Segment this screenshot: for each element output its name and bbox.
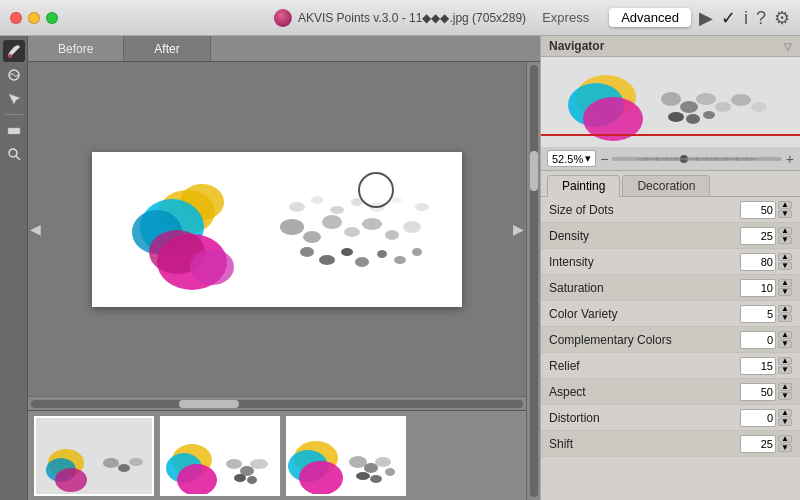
brush-tool[interactable] [3, 40, 25, 62]
titlebar: AKVIS Points v.3.0 - 11◆◆◆.jpg (705x289)… [0, 0, 800, 36]
param-input-size-of-dots[interactable] [740, 201, 776, 219]
h-scroll-track[interactable] [31, 400, 523, 408]
v-scrollbar[interactable] [526, 62, 540, 500]
param-step-up-9[interactable]: ▲ [778, 435, 792, 443]
svg-point-15 [322, 215, 342, 229]
param-step-down-8[interactable]: ▼ [778, 418, 792, 426]
fill-tool[interactable] [3, 64, 25, 86]
param-input-saturation[interactable] [740, 279, 776, 297]
scroll-right-arrow[interactable]: ▶ [513, 221, 524, 237]
thumbnail-1[interactable] [34, 416, 154, 496]
help-button[interactable]: ? [756, 9, 766, 27]
zoom-out-button[interactable]: − [600, 151, 608, 167]
params-list: Size of Dots▲▼Density▲▼Intensity▲▼Satura… [541, 197, 800, 500]
svg-point-33 [415, 203, 429, 211]
param-input-color-variety[interactable] [740, 305, 776, 323]
param-step-up-3[interactable]: ▲ [778, 279, 792, 287]
param-input-distortion[interactable] [740, 409, 776, 427]
v-scroll-thumb[interactable] [530, 151, 538, 191]
param-input-complementary-colors[interactable] [740, 331, 776, 349]
param-input-relief[interactable] [740, 357, 776, 375]
maximize-button[interactable] [46, 12, 58, 24]
zoom-in-button[interactable]: + [786, 151, 794, 167]
param-step-up-8[interactable]: ▲ [778, 409, 792, 417]
param-step-up-1[interactable]: ▲ [778, 227, 792, 235]
param-step-down-7[interactable]: ▼ [778, 392, 792, 400]
advanced-tab-btn[interactable]: Advanced [609, 8, 691, 27]
svg-point-19 [403, 221, 421, 233]
zoom-dropdown-arrow[interactable]: ▾ [585, 152, 591, 165]
play-button[interactable]: ▶ [699, 9, 713, 27]
param-step-down-5[interactable]: ▼ [778, 340, 792, 348]
param-step-down-1[interactable]: ▼ [778, 236, 792, 244]
close-button[interactable] [10, 12, 22, 24]
svg-point-55 [364, 463, 378, 473]
svg-point-0 [8, 54, 12, 58]
param-input-shift[interactable] [740, 435, 776, 453]
window-controls [0, 12, 58, 24]
settings-button[interactable]: ⚙ [774, 9, 790, 27]
param-step-up-5[interactable]: ▲ [778, 331, 792, 339]
check-button[interactable]: ✓ [721, 9, 736, 27]
svg-point-72 [703, 111, 715, 119]
svg-point-44 [177, 464, 217, 496]
param-stepper-2: ▲▼ [778, 253, 792, 270]
param-label-1: Density [549, 229, 740, 243]
param-label-7: Aspect [549, 385, 740, 399]
v-scroll-track[interactable] [530, 65, 538, 497]
param-step-up-0[interactable]: ▲ [778, 201, 792, 209]
param-input-intensity[interactable] [740, 253, 776, 271]
svg-point-12 [190, 249, 234, 285]
zoom-value-display[interactable]: 52.5% ▾ [547, 150, 596, 167]
param-input-aspect[interactable] [740, 383, 776, 401]
svg-point-45 [226, 459, 242, 469]
param-step-down-4[interactable]: ▼ [778, 314, 792, 322]
after-tab[interactable]: After [124, 36, 210, 61]
express-tab-btn[interactable]: Express [530, 8, 601, 27]
h-scroll-thumb[interactable] [179, 400, 239, 408]
svg-point-29 [330, 206, 344, 214]
settings-tabs: Painting Decoration [541, 171, 800, 197]
before-tab[interactable]: Before [28, 36, 124, 61]
h-scrollbar[interactable] [28, 396, 526, 410]
param-step-down-3[interactable]: ▼ [778, 288, 792, 296]
scroll-left-arrow[interactable]: ◀ [30, 221, 41, 237]
zoom-slider-track[interactable] [612, 157, 781, 161]
param-step-up-7[interactable]: ▲ [778, 383, 792, 391]
info-button[interactable]: i [744, 9, 748, 27]
param-stepper-9: ▲▼ [778, 435, 792, 452]
param-step-up-6[interactable]: ▲ [778, 357, 792, 365]
param-input-density[interactable] [740, 227, 776, 245]
thumbnail-2[interactable] [160, 416, 280, 496]
selection-tool[interactable] [3, 88, 25, 110]
canvas-viewport[interactable]: ◀ [28, 62, 526, 396]
param-label-2: Intensity [549, 255, 740, 269]
param-step-down-2[interactable]: ▼ [778, 262, 792, 270]
param-step-up-2[interactable]: ▲ [778, 253, 792, 261]
eraser-tool[interactable] [3, 119, 25, 141]
param-step-up-4[interactable]: ▲ [778, 305, 792, 313]
svg-point-31 [369, 202, 385, 212]
thumbnail-3[interactable] [286, 416, 406, 496]
param-row-saturation: Saturation▲▼ [541, 275, 800, 301]
svg-point-30 [351, 198, 363, 206]
param-label-4: Color Variety [549, 307, 740, 321]
param-step-down-6[interactable]: ▼ [778, 366, 792, 374]
svg-point-71 [686, 114, 700, 124]
main-layout: Before After ◀ [0, 36, 800, 500]
svg-point-20 [300, 247, 314, 257]
svg-point-70 [668, 112, 684, 122]
param-row-distortion: Distortion▲▼ [541, 405, 800, 431]
param-row-density: Density▲▼ [541, 223, 800, 249]
zoom-tool[interactable] [3, 143, 25, 165]
svg-point-18 [385, 230, 399, 240]
param-step-down-0[interactable]: ▼ [778, 210, 792, 218]
navigator-collapse-btn[interactable]: ▽ [784, 41, 792, 52]
svg-point-64 [661, 92, 681, 106]
painting-settings-tab[interactable]: Painting [547, 175, 620, 197]
decoration-settings-tab[interactable]: Decoration [622, 175, 710, 196]
param-step-down-9[interactable]: ▼ [778, 444, 792, 452]
minimize-button[interactable] [28, 12, 40, 24]
svg-point-53 [299, 461, 343, 495]
param-value-area-6: ▲▼ [740, 357, 792, 375]
